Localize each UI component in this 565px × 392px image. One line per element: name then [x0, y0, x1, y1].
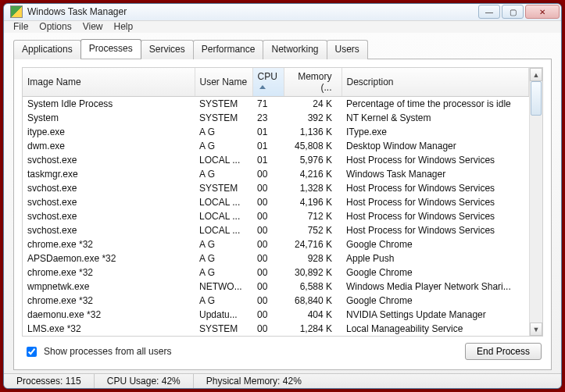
tab-networking[interactable]: Networking: [263, 40, 327, 59]
cell-cpu: 71: [252, 97, 284, 112]
col-cpu[interactable]: CPU: [252, 68, 284, 97]
maximize-icon: ▢: [510, 8, 517, 16]
scroll-thumb[interactable]: [531, 81, 542, 116]
process-table: Image Name User Name CPU Memory (... Des…: [23, 68, 529, 336]
show-all-users-label: Show processes from all users: [44, 346, 171, 357]
cell-description: Desktop Window Manager: [342, 139, 529, 153]
table-row[interactable]: daemonu.exe *32Updatu...00404 KNVIDIA Se…: [23, 308, 529, 322]
tab-services[interactable]: Services: [141, 40, 194, 59]
minimize-icon: —: [485, 8, 493, 16]
table-row[interactable]: wmpnetwk.exeNETWO...006,588 KWindows Med…: [23, 280, 529, 294]
table-row[interactable]: chrome.exe *32A G0068,840 KGoogle Chrome: [23, 294, 529, 308]
cell-image-name: svchost.exe: [23, 209, 195, 223]
cell-user-name: Updatu...: [195, 308, 252, 322]
cell-user-name: LOCAL ...: [195, 195, 252, 209]
col-memory[interactable]: Memory (...: [284, 68, 342, 97]
cell-cpu: 01: [252, 153, 284, 167]
sort-ascending-icon: [259, 85, 266, 89]
cell-image-name: System Idle Process: [23, 97, 195, 112]
menu-view[interactable]: View: [83, 21, 103, 32]
cell-description: Local Manageability Service: [342, 322, 529, 336]
cell-description: IType.exe: [342, 125, 529, 139]
table-row[interactable]: itype.exeA G011,136 KIType.exe: [23, 125, 529, 139]
cell-description: Google Chrome: [342, 237, 529, 251]
menu-options[interactable]: Options: [39, 21, 71, 32]
cell-description: NT Kernel & System: [342, 111, 529, 125]
menu-help[interactable]: Help: [114, 21, 134, 32]
cell-user-name: A G: [195, 167, 252, 181]
table-row[interactable]: svchost.exeSYSTEM001,328 KHost Process f…: [23, 181, 529, 195]
show-all-users-input[interactable]: [27, 347, 37, 357]
table-row[interactable]: LMS.exe *32SYSTEM001,284 KLocal Manageab…: [23, 322, 529, 336]
cell-image-name: svchost.exe: [23, 195, 195, 209]
cell-description: Host Process for Windows Services: [342, 209, 529, 223]
menu-file[interactable]: File: [13, 21, 28, 32]
cell-memory: 1,328 K: [284, 181, 342, 195]
cell-image-name: svchost.exe: [23, 153, 195, 167]
cell-description: Google Chrome: [342, 265, 529, 280]
cell-description: NVIDIA Settings Update Manager: [342, 308, 529, 322]
table-row[interactable]: SystemSYSTEM23392 KNT Kernel & System: [23, 111, 529, 125]
cell-description: Windows Media Player Network Shari...: [342, 280, 529, 294]
cell-image-name: chrome.exe *32: [23, 294, 195, 308]
table-row[interactable]: chrome.exe *32A G0024,716 KGoogle Chrome: [23, 237, 529, 251]
vertical-scrollbar[interactable]: ▲ ▼: [529, 68, 542, 336]
cell-image-name: chrome.exe *32: [23, 265, 195, 280]
cell-memory: 404 K: [284, 308, 342, 322]
cell-image-name: taskmgr.exe: [23, 167, 195, 181]
minimize-button[interactable]: —: [478, 5, 500, 19]
col-description[interactable]: Description: [342, 68, 529, 97]
table-row[interactable]: svchost.exeLOCAL ...00752 KHost Process …: [23, 223, 529, 237]
show-all-users-checkbox[interactable]: Show processes from all users: [23, 344, 171, 359]
cell-user-name: A G: [195, 139, 252, 153]
cell-image-name: svchost.exe: [23, 223, 195, 237]
cell-description: Apple Push: [342, 251, 529, 265]
scroll-track[interactable]: [530, 81, 542, 323]
cell-memory: 4,216 K: [284, 167, 342, 181]
cell-cpu: 00: [252, 181, 284, 195]
table-row[interactable]: taskmgr.exeA G004,216 KWindows Task Mana…: [23, 167, 529, 181]
table-row[interactable]: svchost.exeLOCAL ...015,976 KHost Proces…: [23, 153, 529, 167]
cell-user-name: SYSTEM: [195, 97, 252, 112]
table-row[interactable]: svchost.exeLOCAL ...00712 KHost Process …: [23, 209, 529, 223]
status-memory: Physical Memory: 42%: [194, 374, 314, 388]
scroll-down-button[interactable]: ▼: [530, 323, 542, 336]
statusbar: Processes: 115 CPU Usage: 42% Physical M…: [4, 373, 561, 388]
cell-memory: 24 K: [284, 97, 342, 112]
tab-performance[interactable]: Performance: [193, 40, 264, 59]
cell-user-name: SYSTEM: [195, 181, 252, 195]
cell-user-name: LOCAL ...: [195, 223, 252, 237]
cell-cpu: 00: [252, 195, 284, 209]
table-row[interactable]: chrome.exe *32A G0030,892 KGoogle Chrome: [23, 265, 529, 280]
col-user-name[interactable]: User Name: [195, 68, 252, 97]
cell-user-name: LOCAL ...: [195, 153, 252, 167]
cell-memory: 712 K: [284, 209, 342, 223]
titlebar[interactable]: Windows Task Manager — ▢ ✕: [4, 4, 561, 21]
end-process-button[interactable]: End Process: [465, 343, 542, 360]
cell-memory: 30,892 K: [284, 265, 342, 280]
cell-description: Host Process for Windows Services: [342, 195, 529, 209]
maximize-button[interactable]: ▢: [502, 5, 524, 19]
table-row[interactable]: svchost.exeLOCAL ...004,196 KHost Proces…: [23, 195, 529, 209]
cell-user-name: A G: [195, 265, 252, 280]
cell-user-name: SYSTEM: [195, 111, 252, 125]
cell-cpu: 00: [252, 280, 284, 294]
footer-row: Show processes from all users End Proces…: [22, 337, 543, 362]
table-row[interactable]: System Idle ProcessSYSTEM7124 KPercentag…: [23, 97, 529, 112]
menubar: File Options View Help: [4, 21, 561, 34]
cell-memory: 6,588 K: [284, 280, 342, 294]
table-row[interactable]: APSDaemon.exe *32A G00928 KApple Push: [23, 251, 529, 265]
close-button[interactable]: ✕: [525, 5, 560, 19]
cell-memory: 5,976 K: [284, 153, 342, 167]
tab-applications[interactable]: Applications: [13, 40, 81, 59]
cell-memory: 68,840 K: [284, 294, 342, 308]
tab-users[interactable]: Users: [327, 40, 368, 59]
col-image-name[interactable]: Image Name: [23, 68, 195, 97]
tab-content: Image Name User Name CPU Memory (... Des…: [13, 59, 552, 370]
cell-cpu: 00: [252, 209, 284, 223]
table-row[interactable]: dwm.exeA G0145,808 KDesktop Window Manag…: [23, 139, 529, 153]
scroll-up-button[interactable]: ▲: [530, 68, 542, 81]
cell-memory: 4,196 K: [284, 195, 342, 209]
cell-user-name: NETWO...: [195, 280, 252, 294]
tab-processes[interactable]: Processes: [80, 39, 141, 59]
